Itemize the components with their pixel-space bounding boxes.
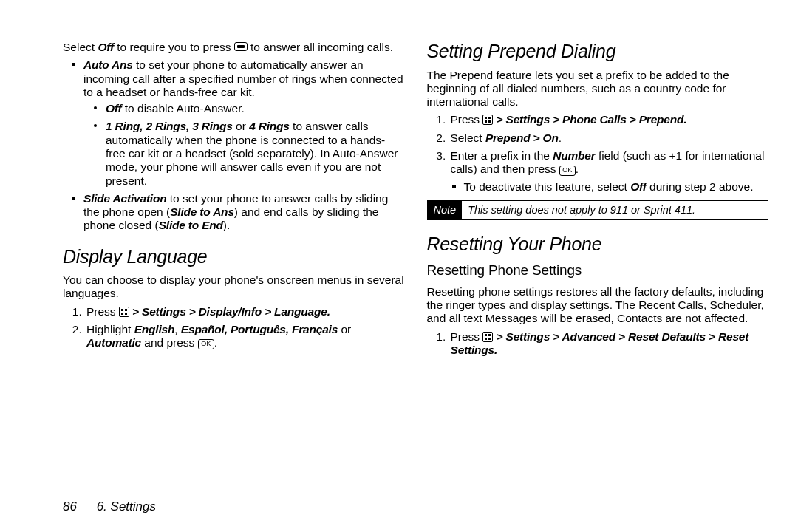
display-language-para: You can choose to display your phone's o… (63, 273, 405, 301)
text: and press (141, 336, 198, 349)
display-language-heading: Display Language (63, 246, 405, 268)
page-footer: 86 6. Settings (63, 499, 156, 514)
auto-ans-label: Auto Ans (83, 58, 133, 71)
slide-to-ans: Slide to Ans (170, 205, 234, 218)
off-label: Off (98, 41, 114, 53)
note-message: This setting does not apply to 911 or Sp… (462, 201, 701, 219)
deactivate-item: To deactivate this feature, select Off d… (457, 180, 769, 194)
section-title: 6. Settings (97, 499, 156, 514)
text: to require you to press (114, 41, 234, 53)
menu-path: > Settings > Advanced > Reset Defaults >… (451, 330, 749, 356)
rings-label-4: 4 Rings (249, 120, 290, 132)
reset-heading: Resetting Your Phone (427, 233, 769, 256)
off-label: Off (106, 102, 122, 115)
lang-english: English (134, 323, 175, 335)
text: . (559, 132, 562, 144)
text: . (214, 336, 217, 349)
rings-label: 1 Ring, 2 Rings, 3 Rings (106, 120, 233, 132)
sub-off-item: Off to disable Auto-Answer. (100, 102, 405, 115)
prepend-step-2: Select Prepend > On. (449, 132, 769, 145)
dl-step-2: Highlight English, Español, Português, F… (85, 323, 405, 350)
menu-key-icon (119, 307, 129, 317)
auto-ans-list: Auto Ans to set your phone to automatica… (63, 58, 405, 232)
prepend-para: The Prepend feature lets you set a prefi… (427, 69, 769, 109)
reset-step-1: Press > Settings > Advanced > Reset Defa… (449, 330, 769, 358)
menu-key-icon (482, 115, 493, 125)
text: Select (451, 132, 485, 144)
deactivate-list: To deactivate this feature, select Off d… (451, 180, 769, 194)
text: . (576, 163, 579, 175)
display-language-steps: Press > Settings > Display/Info > Langua… (63, 305, 405, 350)
off-label: Off (630, 180, 647, 193)
select-off-paragraph: Select Off to require you to press to an… (63, 41, 405, 54)
prepend-step-3: Enter a prefix in the Number field (such… (449, 149, 769, 194)
slide-to-end: Slide to End (159, 219, 223, 231)
lang-others: Español, Português, Français (181, 323, 338, 335)
right-column: Setting Prepend Dialing The Prepend feat… (427, 41, 769, 458)
prepend-step-1: Press > Settings > Phone Calls > Prepend… (449, 113, 769, 126)
auto-ans-sublist: Off to disable Auto-Answer. 1 Ring, 2 Ri… (83, 102, 405, 188)
text: or (233, 120, 249, 132)
text: Select (63, 41, 98, 53)
text: To deactivate this feature, select (464, 180, 631, 193)
text: , (174, 323, 181, 335)
text: to answer all incoming calls. (248, 41, 393, 53)
slide-activation-item: Slide Activation to set your phone to an… (76, 192, 405, 233)
text: during step 2 above. (647, 180, 754, 193)
reset-para: Resetting phone settings restores all th… (427, 285, 769, 326)
dl-step-1: Press > Settings > Display/Info > Langua… (85, 305, 405, 318)
text: Enter a prefix in the (451, 149, 553, 162)
note-tag: Note (428, 201, 463, 219)
text: or (338, 323, 351, 335)
prepend-steps: Press > Settings > Phone Calls > Prepend… (427, 113, 769, 194)
text: Press (451, 330, 483, 343)
reset-subheading: Resetting Phone Settings (427, 262, 769, 279)
menu-path: Prepend > On (485, 132, 559, 144)
reset-steps: Press > Settings > Advanced > Reset Defa… (427, 330, 769, 358)
ok-key-icon: OK (559, 166, 576, 176)
text: Press (451, 113, 483, 126)
slide-label: Slide Activation (83, 192, 167, 205)
rings-item: 1 Ring, 2 Rings, 3 Rings or 4 Rings to a… (100, 120, 405, 187)
text: Highlight (86, 323, 134, 335)
auto-ans-item: Auto Ans to set your phone to automatica… (76, 58, 405, 188)
menu-path: > Settings > Phone Calls > Prepend. (493, 113, 686, 126)
page-number: 86 (63, 499, 77, 514)
text: to disable Auto-Answer. (122, 102, 245, 115)
lang-automatic: Automatic (86, 336, 141, 349)
note-box: Note This setting does not apply to 911 … (427, 200, 769, 220)
menu-key-icon (482, 332, 493, 342)
left-column: Select Off to require you to press to an… (63, 41, 405, 458)
number-label: Number (553, 149, 595, 162)
ok-key-icon: OK (198, 339, 214, 349)
text: Press (86, 305, 119, 318)
page-body: Select Off to require you to press to an… (0, 0, 798, 473)
answer-key-icon (234, 42, 248, 51)
prepend-heading: Setting Prepend Dialing (427, 41, 769, 63)
text: ). (223, 219, 230, 231)
menu-path: > Settings > Display/Info > Language. (129, 305, 330, 318)
